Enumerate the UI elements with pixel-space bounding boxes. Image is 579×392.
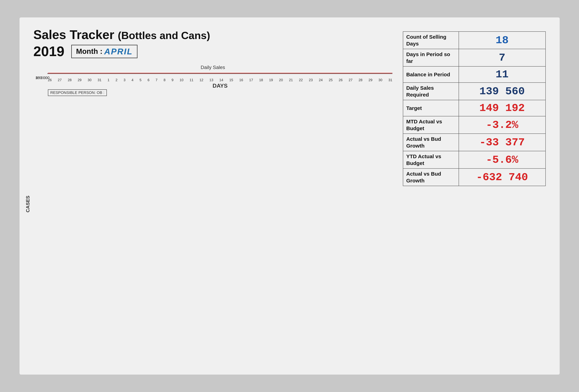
month-label: Month :: [76, 47, 102, 56]
stat-value-7: -5.6%: [459, 151, 546, 168]
stat-value-2: 11: [459, 66, 546, 83]
stat-row-2: Balance in Period11: [403, 66, 546, 83]
stat-row-8: Actual vs Bud Growth-632 740: [403, 168, 546, 186]
stat-row-4: Target149 192: [403, 100, 546, 116]
stat-value-0: 18: [459, 32, 546, 49]
stat-value-8: -632 740: [459, 168, 546, 186]
stat-value-5: -3.2%: [459, 116, 546, 134]
year-label: 2019: [33, 43, 65, 60]
left-panel: Sales Tracker (Bottles and Cans) 2019 Mo…: [33, 28, 392, 364]
stat-label-6: Actual vs Bud Growth: [403, 134, 459, 151]
stat-value-4: 149 192: [459, 100, 546, 116]
stat-row-7: YTD Actual vs Budget-5.6%: [403, 151, 546, 168]
stat-label-7: YTD Actual vs Budget: [403, 151, 459, 168]
title-section: Sales Tracker (Bottles and Cans) 2019 Mo…: [33, 28, 392, 60]
stat-row-6: Actual vs Bud Growth-33 377: [403, 134, 546, 151]
stat-label-5: MTD Actual vs Budget: [403, 116, 459, 134]
stat-label-1: Days in Period so far: [403, 49, 459, 66]
stat-label-3: Daily Sales Required: [403, 83, 459, 100]
x-axis-labels: 26 27 28 29 30 31 1 2 3 4 5 6 7 8 9 10 1: [48, 78, 392, 82]
stat-row-3: Daily Sales Required139 560: [403, 83, 546, 100]
stats-table: Count of Selling Days18Days in Period so…: [403, 31, 546, 186]
stat-row-5: MTD Actual vs Budget-3.2%: [403, 116, 546, 134]
whiteboard: Sales Tracker (Bottles and Cans) 2019 Mo…: [19, 17, 560, 375]
year-row: 2019 Month : APRIL: [33, 43, 392, 60]
stat-label-0: Count of Selling Days: [403, 32, 459, 49]
main-title: Sales Tracker (Bottles and Cans): [33, 28, 392, 42]
stat-value-1: 7: [459, 49, 546, 66]
stat-value-3: 139 560: [459, 83, 546, 100]
stat-row-0: Count of Selling Days18: [403, 32, 546, 49]
stat-row-1: Days in Period so far7: [403, 49, 546, 66]
stat-label-4: Target: [403, 100, 459, 116]
title-text: Sales Tracker: [33, 28, 114, 42]
responsible-box: RESPONSIBLE PERSON: OB :: [48, 89, 107, 96]
stat-value-6: -33 377: [459, 134, 546, 151]
reference-line: [48, 73, 392, 73]
y-axis-label: CASES: [25, 196, 31, 212]
subtitle-text: (Bottles and Cans): [118, 30, 210, 41]
chart-area: 300 000 250 000 200 000 150 000 100 000 …: [47, 73, 392, 74]
stat-label-2: Balance in Period: [403, 66, 459, 83]
month-value: APRIL: [104, 47, 133, 56]
month-box: Month : APRIL: [71, 45, 138, 58]
chart-title: Daily Sales: [33, 65, 392, 70]
x-axis-title: DAYS: [48, 83, 392, 89]
stat-label-8: Actual vs Bud Growth: [403, 168, 459, 186]
right-panel: Count of Selling Days18Days in Period so…: [403, 31, 546, 186]
